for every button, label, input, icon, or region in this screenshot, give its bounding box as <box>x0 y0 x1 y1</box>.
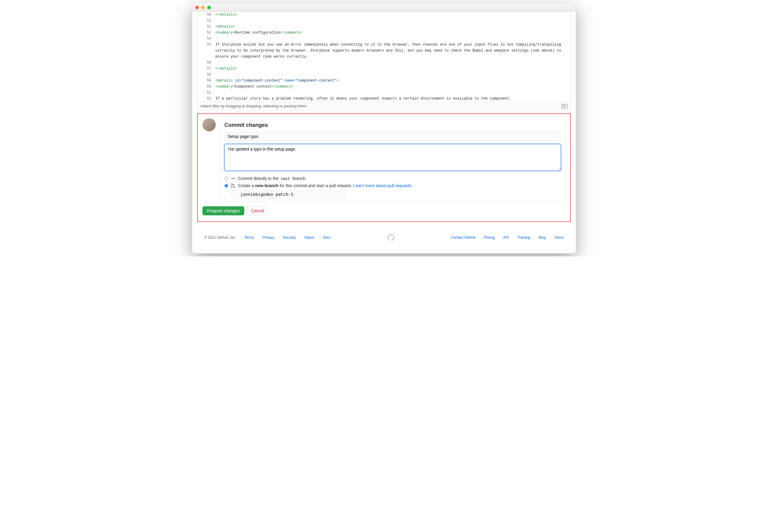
avatar[interactable] <box>202 118 216 131</box>
minimize-window-button[interactable] <box>201 6 205 9</box>
commit-newbranch-radio[interactable] <box>224 184 228 188</box>
footer-link-api[interactable]: API <box>503 235 509 240</box>
code-line[interactable]: 56 <box>197 60 571 66</box>
commit-section-highlight: Commit changes Commit directly to the ne… <box>197 113 571 222</box>
footer-link-contact[interactable]: Contact GitHub <box>451 235 476 240</box>
svg-point-5 <box>234 187 235 188</box>
code-line[interactable]: 60<summary>Component context</summary> <box>197 84 571 90</box>
branch-name-input[interactable] <box>231 190 345 198</box>
footer-link-blog[interactable]: Blog <box>539 235 546 240</box>
svg-point-0 <box>232 178 234 179</box>
footer-link-privacy[interactable]: Privacy <box>262 235 274 240</box>
markdown-icon[interactable]: M↓ <box>562 104 568 108</box>
code-line[interactable]: 59<details id="component-context" name="… <box>197 78 571 84</box>
commit-description-input[interactable] <box>224 144 561 171</box>
commit-icon <box>231 176 235 181</box>
maximize-window-button[interactable] <box>207 6 211 9</box>
commit-direct-option[interactable]: Commit directly to the next branch. <box>224 176 561 181</box>
code-line[interactable]: 52<details> <box>197 24 571 30</box>
code-line[interactable]: 51 <box>197 18 571 24</box>
footer-link-training[interactable]: Training <box>518 235 531 240</box>
code-line[interactable]: 53<summary>Runtime configuration</summar… <box>197 30 571 36</box>
code-line[interactable]: 54 <box>197 36 571 42</box>
code-line[interactable]: 57</details> <box>197 66 571 72</box>
propose-changes-button[interactable]: Propose changes <box>202 206 244 215</box>
svg-point-3 <box>231 184 232 185</box>
commit-direct-radio[interactable] <box>224 177 228 181</box>
footer-link-docs[interactable]: Docs <box>323 235 331 240</box>
footer-link-terms[interactable]: Terms <box>244 235 254 240</box>
pull-request-icon <box>231 183 235 188</box>
window-titlebar <box>192 3 576 12</box>
commit-subject-input[interactable] <box>224 132 561 141</box>
code-line[interactable]: 58 <box>197 72 571 78</box>
github-logo-icon[interactable] <box>387 234 395 241</box>
commit-direct-label: Commit directly to the next branch. <box>238 176 306 181</box>
commit-title: Commit changes <box>224 122 561 128</box>
commit-newbranch-label: Create a new branch for this commit and … <box>238 183 413 188</box>
footer-link-pricing[interactable]: Pricing <box>484 235 495 240</box>
cancel-button[interactable]: Cancel <box>246 206 269 215</box>
code-editor[interactable]: 50</details>5152<details>53<summary>Runt… <box>197 12 571 102</box>
footer-link-about[interactable]: About <box>554 235 564 240</box>
commit-form: Commit changes Commit directly to the ne… <box>220 118 566 202</box>
code-line[interactable]: 61 <box>197 90 571 96</box>
footer-copyright: © 2021 GitHub, Inc. <box>204 235 236 240</box>
attach-files-hint[interactable]: Attach files by dragging & dropping, sel… <box>197 102 571 110</box>
footer-link-status[interactable]: Status <box>304 235 314 240</box>
close-window-button[interactable] <box>195 6 199 9</box>
code-line[interactable]: 55If Storybook builds but you see an err… <box>197 42 571 60</box>
attach-hint-text: Attach files by dragging & dropping, sel… <box>200 104 307 108</box>
code-line[interactable]: 50</details> <box>197 12 571 18</box>
learn-more-link[interactable]: Learn more about pull requests. <box>353 183 413 188</box>
commit-newbranch-option[interactable]: Create a new branch for this commit and … <box>224 183 561 188</box>
footer-link-security[interactable]: Security <box>283 235 296 240</box>
footer: © 2021 GitHub, Inc. Terms Privacy Securi… <box>192 225 576 253</box>
code-line[interactable]: 62If a particular story has a problem re… <box>197 96 571 102</box>
svg-point-4 <box>231 187 232 188</box>
